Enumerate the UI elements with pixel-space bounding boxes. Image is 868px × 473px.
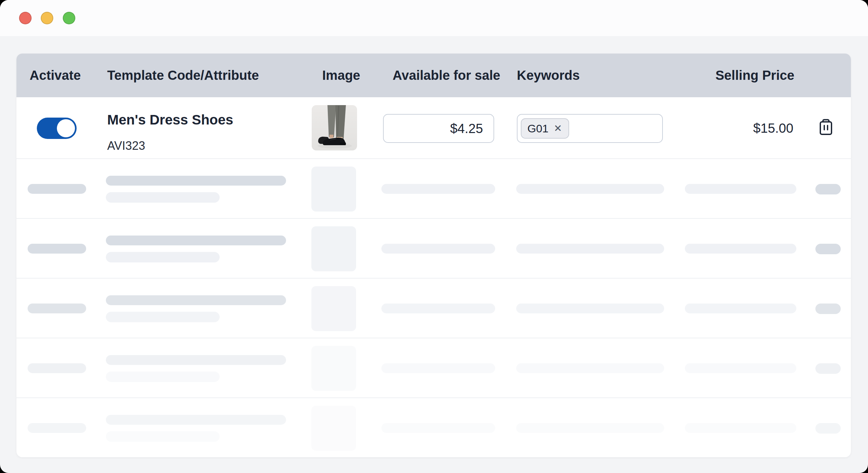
skeleton-row (17, 278, 851, 338)
product-code: AVI323 (107, 139, 145, 153)
skeleton-title-bar (106, 355, 286, 365)
skeleton-toggle (28, 304, 86, 313)
column-header-template: Template Code/Attribute (107, 54, 259, 97)
skeleton-title-bar (106, 236, 286, 245)
column-header-keywords: Keywords (517, 54, 580, 97)
skeleton-image (311, 406, 356, 451)
skeleton-keywords-bar (516, 184, 664, 194)
available-for-sale-input[interactable] (383, 114, 494, 143)
skeleton-keywords-bar (516, 244, 664, 254)
skeleton-available-bar (381, 363, 495, 373)
skeleton-row (17, 158, 851, 218)
delete-button[interactable] (815, 115, 837, 139)
close-button[interactable] (19, 12, 32, 24)
minimize-button[interactable] (41, 12, 53, 24)
trash-icon (818, 119, 834, 135)
skeleton-keywords-bar (516, 363, 664, 373)
skeleton-available-bar (381, 304, 495, 313)
activate-toggle[interactable] (37, 117, 76, 139)
skeleton-rows-container (17, 158, 851, 457)
skeleton-trash (815, 363, 841, 374)
skeleton-keywords-bar (516, 423, 664, 433)
product-row: Men's Dress Shoes AVI323 (17, 97, 851, 158)
table-header-row: Activate Template Code/Attribute Image A… (17, 54, 851, 97)
skeleton-toggle (28, 423, 86, 433)
skeleton-trash (815, 184, 841, 195)
skeleton-subtitle-bar (106, 192, 220, 203)
skeleton-selling-bar (685, 363, 796, 373)
product-name: Men's Dress Shoes (107, 112, 233, 128)
skeleton-available-bar (381, 184, 495, 194)
skeleton-available-bar (381, 423, 495, 433)
skeleton-trash (815, 423, 841, 434)
skeleton-trash (815, 304, 841, 314)
column-header-selling: Selling Price (715, 54, 794, 97)
keyword-tag-label: G01 (527, 122, 549, 135)
skeleton-selling-bar (685, 423, 796, 433)
skeleton-row (17, 218, 851, 278)
toggle-knob (57, 119, 75, 137)
product-table: Activate Template Code/Attribute Image A… (17, 54, 851, 457)
column-header-image: Image (322, 54, 360, 97)
keyword-tag: G01 ✕ (521, 118, 569, 139)
skeleton-toggle (28, 184, 86, 194)
zoom-button[interactable] (63, 12, 75, 24)
skeleton-selling-bar (685, 184, 796, 194)
dress-shoes-photo (312, 105, 357, 150)
keywords-input[interactable]: G01 ✕ (517, 114, 663, 143)
product-image (312, 105, 357, 150)
skeleton-toggle (28, 244, 86, 254)
skeleton-image (311, 167, 356, 211)
skeleton-toggle (28, 363, 86, 373)
skeleton-subtitle-bar (106, 312, 220, 322)
skeleton-subtitle-bar (106, 252, 220, 263)
skeleton-title-bar (106, 295, 286, 305)
skeleton-available-bar (381, 244, 495, 254)
skeleton-image (311, 346, 356, 391)
window-titlebar (0, 0, 868, 36)
skeleton-row (17, 338, 851, 398)
skeleton-title-bar (106, 415, 286, 425)
app-window: Activate Template Code/Attribute Image A… (0, 0, 868, 473)
skeleton-trash (815, 244, 841, 254)
skeleton-title-bar (106, 176, 286, 185)
column-header-activate: Activate (30, 54, 81, 97)
remove-tag-icon[interactable]: ✕ (553, 123, 563, 134)
skeleton-subtitle-bar (106, 431, 220, 442)
skeleton-image (311, 286, 356, 331)
skeleton-keywords-bar (516, 304, 664, 313)
selling-price: $15.00 (753, 122, 794, 135)
skeleton-row (17, 398, 851, 457)
skeleton-selling-bar (685, 304, 796, 313)
column-header-available: Available for sale (393, 54, 500, 97)
skeleton-image (311, 226, 356, 271)
skeleton-subtitle-bar (106, 372, 220, 382)
skeleton-selling-bar (685, 244, 796, 254)
